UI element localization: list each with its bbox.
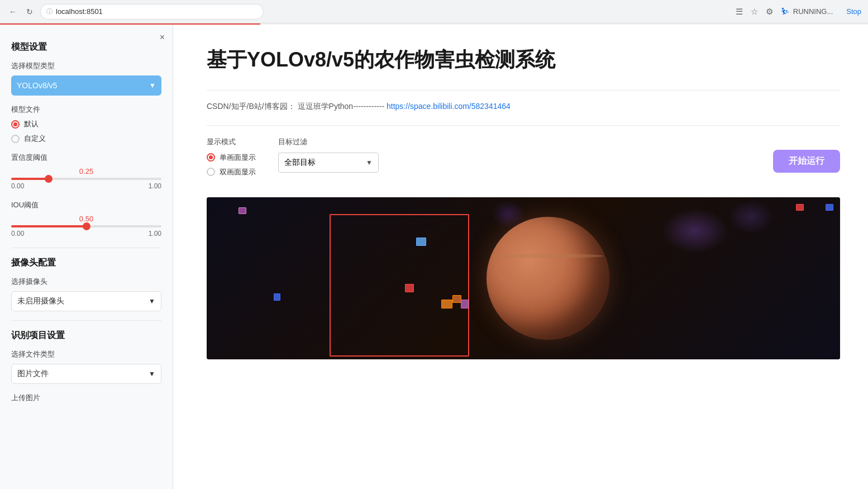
info-icon: ⓘ — [46, 7, 53, 16]
det-dot-1 — [239, 207, 246, 214]
confidence-label: 置信度阈值 — [11, 153, 161, 163]
radio-custom-label: 自定义 — [24, 134, 46, 144]
confidence-min: 0.00 — [11, 182, 24, 190]
browser-actions: ☰ ☆ ⚙ ⛷ RUNNING... Stop — [736, 7, 861, 17]
page-title: 基于YOLOv8/v5的农作物害虫检测系统 — [207, 47, 840, 73]
running-text: RUNNING... — [793, 7, 833, 16]
display-radio-group: 单画面显示 双画面显示 — [207, 153, 256, 177]
nebula-right — [728, 200, 773, 234]
det-dot-9 — [274, 293, 280, 301]
iou-label: IOU阈值 — [11, 200, 161, 210]
filter-value: 全部目标 — [284, 158, 316, 168]
det-dot-5 — [405, 284, 414, 292]
file-type-label: 选择文件类型 — [11, 349, 161, 359]
det-dot-4 — [416, 238, 426, 246]
close-sidebar-button[interactable]: × — [160, 32, 165, 42]
confidence-max: 1.00 — [149, 182, 161, 190]
extension-button[interactable]: ⚙ — [766, 7, 773, 17]
detection-box-main — [330, 214, 469, 357]
camera-title: 摄像头配置 — [11, 257, 161, 269]
bookmark-button[interactable]: ☆ — [751, 7, 758, 17]
browser-chrome: ← ↻ ⓘ localhost:8501 ☰ ☆ ⚙ ⛷ RUNNING... … — [0, 0, 868, 23]
camera-dropdown[interactable]: 未启用摄像头 ▼ — [11, 291, 161, 311]
back-button[interactable]: ← — [7, 6, 19, 18]
iou-fill — [11, 225, 87, 227]
radio-single-label: 单画面显示 — [220, 153, 256, 163]
model-file-radio-group: 默认 自定义 — [11, 119, 161, 144]
recognition-title: 识别项目设置 — [11, 330, 161, 341]
radio-single-circle — [207, 153, 215, 162]
start-button[interactable]: 开始运行 — [773, 150, 840, 173]
reload-button[interactable]: ↻ — [23, 6, 36, 18]
title-divider — [207, 90, 840, 91]
radio-dual-circle — [207, 168, 215, 176]
url-text: localhost:8501 — [56, 7, 103, 16]
bilibili-link[interactable]: https://space.bilibili.com/582341464 — [387, 102, 511, 111]
address-bar[interactable]: ⓘ localhost:8501 — [40, 4, 264, 20]
det-dot-2 — [796, 204, 804, 211]
subtitle-row: CSDN/知乎/B站/博客园： 逗逗班学Python------------ h… — [207, 102, 840, 112]
radio-dual[interactable]: 双画面显示 — [207, 167, 256, 177]
radio-default-dot — [13, 122, 17, 126]
model-type-value: YOLOv8/v5 — [17, 81, 57, 90]
detection-image — [207, 197, 840, 359]
model-type-dropdown[interactable]: YOLOv8/v5 ▼ — [11, 75, 161, 96]
app-container: × 模型设置 选择模型类型 YOLOv8/v5 ▼ 模型文件 默认 自定义 置信… — [0, 25, 868, 489]
iou-range: 0.00 1.00 — [11, 230, 161, 238]
radio-default[interactable]: 默认 — [11, 119, 161, 129]
running-icon: ⛷ — [781, 7, 790, 17]
iou-min: 0.00 — [11, 230, 24, 238]
radio-dual-label: 双画面显示 — [220, 167, 256, 177]
subtitle-text: CSDN/知乎/B站/博客园： 逗逗班学Python------------ — [207, 102, 384, 111]
model-type-arrow: ▼ — [149, 82, 156, 89]
radio-custom[interactable]: 自定义 — [11, 134, 161, 144]
sidebar: × 模型设置 选择模型类型 YOLOv8/v5 ▼ 模型文件 默认 自定义 置信… — [0, 25, 173, 489]
confidence-range: 0.00 1.00 — [11, 182, 161, 190]
radio-single[interactable]: 单画面显示 — [207, 153, 256, 163]
det-dot-6 — [441, 300, 452, 308]
det-dot-8 — [461, 300, 469, 308]
confidence-thumb[interactable] — [45, 175, 53, 183]
file-type-arrow: ▼ — [149, 370, 155, 378]
model-type-label: 选择模型类型 — [11, 61, 161, 71]
nebula-left — [661, 208, 728, 253]
filter-section: 目标过滤 全部目标 ▼ — [278, 137, 379, 173]
running-indicator: ⛷ RUNNING... — [781, 7, 833, 17]
reader-mode-button[interactable]: ☰ — [736, 7, 743, 17]
iou-thumb[interactable] — [83, 222, 90, 230]
det-dot-7 — [452, 295, 461, 303]
model-file-label: 模型文件 — [11, 105, 161, 115]
camera-arrow: ▼ — [149, 297, 155, 305]
radio-default-circle — [11, 120, 20, 129]
confidence-slider-section: 0.25 0.00 1.00 — [11, 167, 161, 190]
radio-custom-circle — [11, 135, 20, 143]
radio-single-dot — [209, 155, 213, 159]
confidence-fill — [11, 178, 49, 180]
confidence-track[interactable] — [11, 178, 161, 180]
model-settings-title: 模型设置 — [11, 41, 161, 53]
iou-track[interactable] — [11, 225, 161, 227]
confidence-value: 0.25 — [11, 167, 161, 175]
iou-max: 1.00 — [149, 230, 161, 238]
upload-label: 上传图片 — [11, 393, 161, 403]
iou-value: 0.50 — [11, 215, 161, 223]
content-divider — [207, 125, 840, 126]
file-type-dropdown[interactable]: 图片文件 ▼ — [11, 364, 161, 384]
planet — [487, 217, 609, 340]
iou-slider-section: 0.50 0.00 1.00 — [11, 215, 161, 238]
filter-label: 目标过滤 — [278, 137, 379, 147]
det-dot-3 — [826, 204, 833, 211]
filter-arrow: ▼ — [366, 159, 373, 167]
camera-label: 选择摄像头 — [11, 277, 161, 287]
camera-value: 未启用摄像头 — [17, 296, 64, 306]
file-type-value: 图片文件 — [17, 369, 49, 379]
filter-dropdown[interactable]: 全部目标 ▼ — [278, 153, 379, 173]
display-mode-section: 显示模式 单画面显示 双画面显示 — [207, 137, 256, 186]
stop-button[interactable]: Stop — [846, 7, 861, 16]
display-mode-label: 显示模式 — [207, 137, 256, 147]
controls-row: 显示模式 单画面显示 双画面显示 目标过滤 — [207, 137, 840, 186]
radio-default-label: 默认 — [24, 119, 39, 129]
main-content: 基于YOLOv8/v5的农作物害虫检测系统 CSDN/知乎/B站/博客园： 逗逗… — [173, 25, 868, 489]
